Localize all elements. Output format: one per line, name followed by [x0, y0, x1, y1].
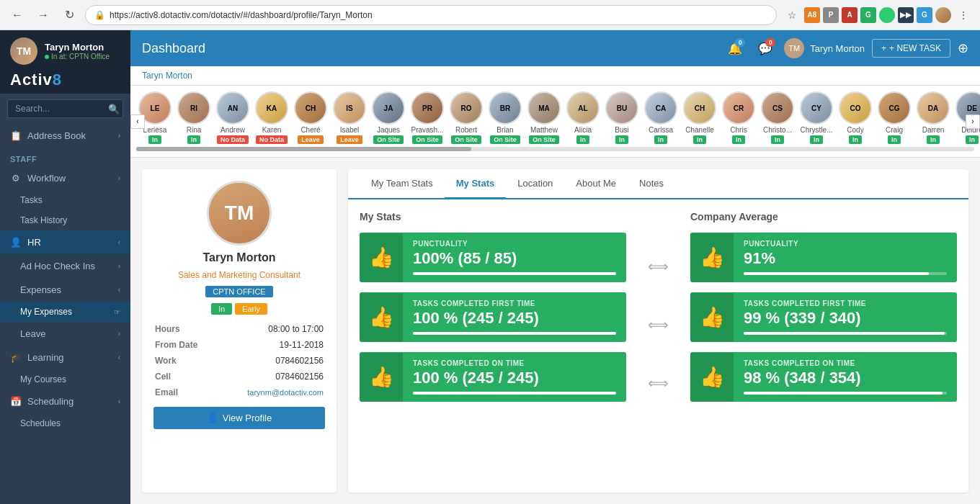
stat-label: TASKS COMPLETED ON TIME — [744, 359, 947, 367]
bookmark-icon[interactable]: ☆ — [783, 6, 801, 24]
member-avatar: AN — [216, 91, 249, 125]
team-member[interactable]: CA Carissa In — [642, 91, 680, 144]
team-member[interactable]: CY Chrystle... In — [798, 91, 835, 144]
forward-button[interactable]: → — [33, 5, 53, 25]
sidebar-item-tasks[interactable]: Tasks — [0, 190, 130, 210]
work-row: Work 0784602156 — [155, 354, 324, 368]
thumbs-up-icon: 👍 — [700, 246, 725, 269]
notification-bell[interactable]: 🔔 0 — [723, 37, 747, 60]
email-link[interactable]: tarynm@dotactiv.com — [247, 388, 324, 397]
team-member[interactable]: PR Pravash... On Site — [409, 91, 446, 144]
member-status: In — [732, 135, 745, 144]
member-avatar: DA — [917, 91, 950, 125]
team-member[interactable]: DA Darren In — [914, 91, 952, 144]
sidebar-item-learning[interactable]: 🎓 Learning ‹ — [0, 346, 130, 369]
menu-button[interactable]: ⋮ — [954, 6, 973, 24]
strip-left-arrow[interactable]: ‹ — [130, 114, 145, 129]
search-input[interactable] — [7, 99, 123, 118]
messages-icon[interactable]: 💬 0 — [754, 37, 777, 60]
search-button[interactable]: 🔍 — [108, 104, 120, 114]
team-member[interactable]: AN Andrew No Data — [214, 91, 251, 144]
stat-value: 91% — [744, 249, 947, 268]
url-bar[interactable]: 🔒 https://activ8.dotactiv.com/dotactiv/#… — [85, 5, 777, 25]
app-container: TM Taryn Morton In at: CPTN Office Activ… — [0, 30, 980, 504]
stat-card: 👍 TASKS COMPLETED FIRST TIME 99 % (339 /… — [690, 292, 957, 342]
ext-icon-5[interactable] — [879, 7, 895, 23]
sidebar-item-adhoc[interactable]: Ad Hoc Check Ins › — [0, 254, 130, 278]
member-name: Chris — [730, 126, 747, 134]
right-panel: Dashboard 🔔 0 💬 0 TM Taryn Morton + + NE… — [130, 30, 980, 504]
sidebar-item-my-courses[interactable]: My Courses — [0, 369, 130, 390]
tab-notes[interactable]: Notes — [628, 169, 675, 199]
team-member[interactable]: RO Robert On Site — [447, 91, 485, 144]
tab-location[interactable]: Location — [506, 169, 564, 199]
share-button[interactable]: ⊕ — [958, 40, 968, 56]
sidebar-item-hr[interactable]: 👤 HR ‹ — [0, 230, 130, 254]
stat-card: 👍 PUNCTUALITY 100% (85 / 85) — [360, 233, 626, 282]
team-member[interactable]: CH Chanelle In — [681, 91, 718, 144]
profile-card: TM Taryn Morton Sales and Marketing Cons… — [142, 169, 337, 492]
ext-icon-1[interactable]: A8 — [804, 7, 820, 23]
sidebar-item-leave[interactable]: Leave › — [0, 322, 130, 346]
sidebar-item-my-expenses[interactable]: My Expenses ☞ — [0, 302, 130, 322]
team-member[interactable]: CS Christo... In — [759, 91, 796, 144]
ext-icon-2[interactable]: P — [823, 7, 839, 23]
sidebar-item-scheduling[interactable]: 📅 Scheduling ‹ — [0, 390, 130, 413]
my-stats-col: My Stats 👍 PUNCTUALITY 100% (85 / 85) 👍 — [360, 211, 626, 412]
refresh-button[interactable]: ↻ — [59, 5, 79, 25]
team-member[interactable]: CR Chris In — [720, 91, 757, 144]
hours-row: Hours 08:00 to 17:00 — [155, 322, 324, 336]
team-member[interactable]: CG Craig In — [876, 91, 913, 144]
new-task-button[interactable]: + + NEW TASK — [872, 39, 950, 58]
sidebar-user-name: Taryn Morton — [45, 42, 110, 53]
member-avatar: JA — [372, 91, 405, 125]
strip-right-arrow[interactable]: › — [966, 114, 980, 129]
ext-icon-6[interactable]: ▶▶ — [898, 7, 914, 23]
sidebar-item-task-history[interactable]: Task History — [0, 210, 130, 230]
ext-icon-3[interactable]: A — [842, 7, 858, 23]
sidebar-item-expenses[interactable]: Expenses ‹ — [0, 278, 130, 302]
member-avatar: CY — [800, 91, 833, 125]
sidebar-user-info: Taryn Morton In at: CPTN Office — [45, 42, 110, 60]
email-label: Email — [155, 385, 216, 400]
member-status: In — [187, 135, 200, 144]
team-member[interactable]: RI Rina In — [175, 91, 213, 144]
sidebar-item-workflow[interactable]: ⚙ Workflow › — [0, 166, 130, 190]
team-member[interactable]: BU Busi In — [603, 91, 641, 144]
view-profile-button[interactable]: 👤 View Profile — [153, 407, 325, 429]
tab-about-me[interactable]: About Me — [564, 169, 628, 199]
chevron-right-icon-6: › — [118, 330, 120, 338]
sidebar-item-address-book[interactable]: 📋 Address Book › — [0, 124, 130, 148]
tab-my-team-stats[interactable]: My Team Stats — [360, 169, 445, 199]
sidebar-item-schedules[interactable]: Schedules — [0, 413, 130, 433]
header-user[interactable]: TM Taryn Morton — [784, 38, 865, 58]
ext-icon-7[interactable]: G — [917, 7, 932, 23]
stat-card: 👍 TASKS COMPLETED ON TIME 100 % (245 / 2… — [360, 352, 626, 402]
member-avatar: AL — [566, 91, 600, 125]
back-button[interactable]: ← — [7, 5, 27, 25]
team-member[interactable]: CH Cheré Leave — [292, 91, 329, 144]
member-status: In — [693, 135, 706, 144]
member-status: In — [615, 135, 628, 144]
team-member[interactable]: MA Matthew On Site — [525, 91, 563, 144]
team-member[interactable]: AL Alicia In — [564, 91, 602, 144]
ext-icon-4[interactable]: G — [860, 7, 876, 23]
member-status: On Site — [451, 135, 481, 144]
strip-scrollbar[interactable] — [136, 147, 974, 151]
hr-icon: 👤 — [10, 237, 22, 248]
stat-value: 100 % (245 / 245) — [413, 369, 616, 387]
member-avatar: CH — [294, 91, 327, 125]
sidebar-user-status: In at: CPTN Office — [45, 53, 110, 60]
team-member[interactable]: BR Brian On Site — [486, 91, 524, 144]
team-member[interactable]: IS Isabel Leave — [331, 91, 368, 144]
user-profile-icon[interactable] — [935, 7, 951, 23]
team-member[interactable]: CO Cody In — [837, 91, 874, 144]
team-member[interactable]: JA Jaques On Site — [370, 91, 407, 144]
team-member[interactable]: KA Karen No Data — [253, 91, 290, 144]
stat-info: TASKS COMPLETED FIRST TIME 99 % (339 / 3… — [734, 292, 957, 342]
profile-role: Sales and Marketing Consultant — [178, 270, 300, 280]
stat-info: TASKS COMPLETED ON TIME 100 % (245 / 245… — [403, 352, 626, 402]
member-name: Robert — [455, 126, 477, 134]
tab-my-stats[interactable]: My Stats — [445, 169, 506, 199]
breadcrumb-link[interactable]: Taryn Morton — [142, 71, 192, 81]
